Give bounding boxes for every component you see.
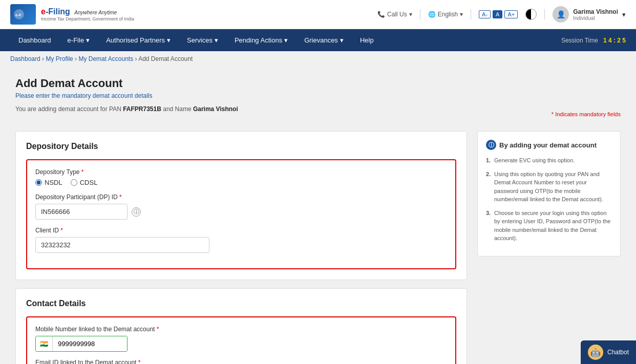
name-value: Garima Vishnoi bbox=[193, 105, 238, 113]
cdsl-label: CDSL bbox=[80, 179, 98, 186]
info-box-title: By adding your demat account bbox=[499, 141, 597, 149]
type-required-star: * bbox=[81, 168, 84, 176]
pan-info: You are adding demat account for PAN FAF… bbox=[15, 105, 238, 113]
depository-card: Depository Details Depository Type * NSD… bbox=[15, 131, 467, 280]
info-item-2: Using this option by quoting your PAN an… bbox=[486, 170, 612, 204]
flag-prefix: 🇮🇳 bbox=[36, 336, 53, 351]
font-controls: A- A A+ bbox=[479, 10, 518, 18]
breadcrumb: Dashboard › My Profile › My Demat Accoun… bbox=[0, 51, 636, 67]
nav-grievances-label: Grievances bbox=[304, 36, 338, 44]
dp-id-input[interactable] bbox=[35, 204, 128, 220]
divider-1 bbox=[420, 9, 420, 19]
mobile-label-text: Mobile Number linked to the Demat accoun… bbox=[35, 326, 155, 333]
user-chevron[interactable]: ▾ bbox=[622, 11, 626, 18]
info-item-1: Generate EVC using this option. bbox=[486, 156, 612, 165]
contrast-button[interactable] bbox=[525, 9, 537, 20]
info-list: Generate EVC using this option. Using th… bbox=[486, 156, 612, 243]
nav-services-label: Services bbox=[187, 36, 213, 44]
depository-section: Depository Type * NSDL CDSL bbox=[26, 159, 456, 269]
page-title: Add Demat Account bbox=[15, 77, 621, 90]
info-box-header: ⓘ By adding your demat account bbox=[486, 140, 612, 150]
email-required-star: * bbox=[138, 359, 141, 364]
user-info: Garima Vishnoi Individual bbox=[573, 8, 618, 21]
call-us-link[interactable]: 📞 Call Us ▾ bbox=[377, 11, 412, 18]
chatbot-button[interactable]: 🤖 Chatbot bbox=[581, 340, 636, 364]
nsdl-label: NSDL bbox=[45, 179, 62, 186]
dp-id-input-group: ⓘ bbox=[35, 204, 447, 220]
nav-item-pending[interactable]: Pending Actions ▾ bbox=[226, 29, 296, 51]
divider-2 bbox=[471, 9, 471, 19]
globe-icon: 🌐 bbox=[428, 11, 436, 18]
nav-item-dashboard[interactable]: Dashboard bbox=[10, 29, 59, 51]
page-subtitle: Please enter the mandatory demat account… bbox=[15, 92, 621, 99]
contact-section: Mobile Number linked to the Demat accoun… bbox=[26, 316, 456, 364]
font-small-button[interactable]: A- bbox=[479, 10, 491, 18]
right-column: ⓘ By adding your demat account Generate … bbox=[477, 131, 621, 364]
info-circle-icon: ⓘ bbox=[486, 140, 496, 150]
nav-item-help[interactable]: Help bbox=[352, 29, 382, 51]
language-link[interactable]: 🌐 English ▾ bbox=[428, 11, 463, 18]
pan-value: FAFPR7351B bbox=[123, 105, 161, 113]
mobile-group: Mobile Number linked to the Demat accoun… bbox=[35, 326, 447, 352]
type-label-text: Depository Type bbox=[35, 168, 80, 176]
client-id-label-text: Client ID bbox=[35, 227, 59, 234]
cdsl-radio[interactable] bbox=[71, 179, 77, 186]
depository-type-group: Depository Type * NSDL CDSL bbox=[35, 168, 447, 186]
nav-authorised-label: Authorised Partners bbox=[106, 36, 165, 44]
client-id-group: Client ID * bbox=[35, 227, 447, 253]
header-right: 📞 Call Us ▾ 🌐 English ▾ A- A A+ 👤 Garima… bbox=[377, 6, 626, 23]
logo-title: e-Filing Anywhere Anytime bbox=[41, 7, 134, 16]
pan-prefix-text: You are adding demat account for PAN bbox=[15, 105, 121, 113]
nav-item-authorised[interactable]: Authorised Partners ▾ bbox=[98, 29, 179, 51]
mobile-input[interactable] bbox=[53, 336, 127, 351]
contact-card: Contact Details Mobile Number linked to … bbox=[15, 288, 467, 364]
dp-id-label: Depository Participant (DP) ID * bbox=[35, 194, 447, 201]
nsdl-radio-label[interactable]: NSDL bbox=[35, 179, 62, 186]
language-chevron: ▾ bbox=[460, 11, 463, 18]
svg-text:e-F: e-F bbox=[15, 13, 22, 17]
client-id-input[interactable] bbox=[35, 237, 209, 253]
depository-type-label: Depository Type * bbox=[35, 168, 447, 176]
mobile-label: Mobile Number linked to the Demat accoun… bbox=[35, 326, 447, 333]
depository-type-radio-group: NSDL CDSL bbox=[35, 179, 447, 186]
divider-3 bbox=[544, 9, 545, 19]
avatar: 👤 bbox=[553, 6, 569, 23]
mandatory-note: * Indicates mandatory fields bbox=[552, 111, 621, 117]
dp-id-label-text: Depository Participant (DP) ID bbox=[35, 194, 118, 201]
content-row: Depository Details Depository Type * NSD… bbox=[15, 131, 621, 364]
nav-item-grievances[interactable]: Grievances ▾ bbox=[296, 29, 352, 51]
font-normal-button[interactable]: A bbox=[493, 10, 502, 18]
breadcrumb-mydemat[interactable]: My Demat Accounts bbox=[78, 55, 133, 62]
call-us-label: Call Us bbox=[387, 11, 407, 18]
breadcrumb-dashboard[interactable]: Dashboard bbox=[10, 55, 40, 62]
nav-item-efile[interactable]: e-File ▾ bbox=[59, 29, 98, 51]
nav-dashboard-label: Dashboard bbox=[18, 36, 51, 44]
user-area: 👤 Garima Vishnoi Individual ▾ bbox=[553, 6, 626, 23]
name-prefix-text: and Name bbox=[163, 105, 191, 113]
nav-efile-chevron: ▾ bbox=[86, 36, 90, 44]
nav-item-services[interactable]: Services ▾ bbox=[179, 29, 226, 51]
mobile-input-wrap: 🇮🇳 bbox=[35, 336, 128, 352]
email-group: Email ID linked to the Demat account * bbox=[35, 359, 447, 364]
font-large-button[interactable]: A+ bbox=[504, 10, 518, 18]
nav-pending-chevron: ▾ bbox=[284, 36, 288, 44]
dp-id-info-icon[interactable]: ⓘ bbox=[132, 207, 141, 217]
nav-help-label: Help bbox=[360, 36, 374, 44]
user-role: Individual bbox=[573, 15, 618, 21]
logo-tagline: Anywhere Anytime bbox=[74, 10, 117, 15]
session-value: 1 4 : 2 5 bbox=[603, 37, 626, 44]
depository-title: Depository Details bbox=[26, 142, 456, 151]
client-id-label: Client ID * bbox=[35, 227, 447, 234]
email-label: Email ID linked to the Demat account * bbox=[35, 359, 447, 364]
client-id-required-star: * bbox=[60, 227, 63, 234]
nav-authorised-chevron: ▾ bbox=[167, 36, 171, 44]
phone-icon: 📞 bbox=[377, 11, 385, 18]
india-flag-icon: 🇮🇳 bbox=[40, 340, 48, 348]
left-column: Depository Details Depository Type * NSD… bbox=[15, 131, 467, 364]
breadcrumb-current: Add Demat Account bbox=[138, 55, 193, 62]
user-name: Garima Vishnoi bbox=[573, 8, 618, 15]
nav-bar: Dashboard e-File ▾ Authorised Partners ▾… bbox=[0, 29, 636, 51]
breadcrumb-myprofile[interactable]: My Profile bbox=[46, 55, 73, 62]
nsdl-radio[interactable] bbox=[35, 179, 42, 186]
cdsl-radio-label[interactable]: CDSL bbox=[71, 179, 98, 186]
